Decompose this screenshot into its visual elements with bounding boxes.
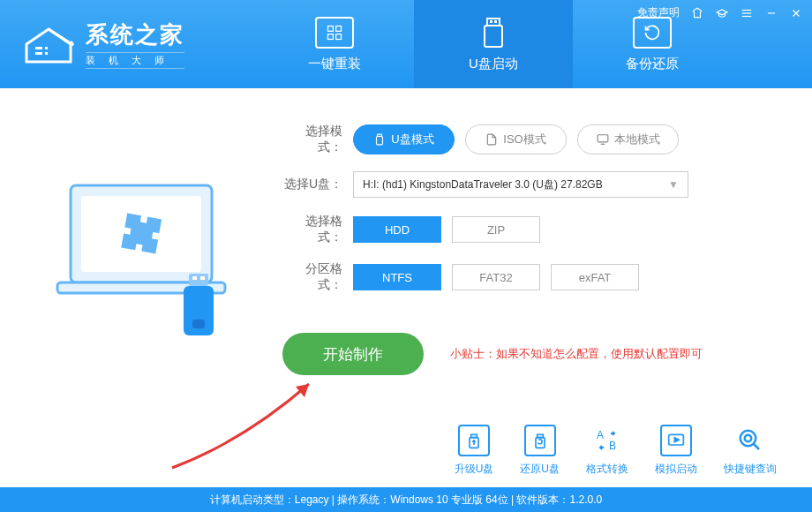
tool-label: 升级U盘 xyxy=(455,462,494,477)
usb-drive-icon xyxy=(474,17,513,49)
skin-icon[interactable] xyxy=(690,6,704,20)
usb-selected-value: H:I: (hd1) KingstonDataTraveler 3.0 (U盘)… xyxy=(363,177,603,192)
svg-rect-16 xyxy=(494,20,497,23)
hat-icon[interactable] xyxy=(715,6,729,20)
svg-text:B: B xyxy=(609,440,616,452)
close-icon[interactable] xyxy=(789,6,803,20)
svg-rect-17 xyxy=(485,26,502,47)
usb-select-row: 选择U盘： H:I: (hd1) KingstonDataTraveler 3.… xyxy=(282,171,759,198)
arrow-annotation xyxy=(154,371,331,477)
main-content: 选择模式： U盘模式 ISO模式 本地模式 选择U盘： H:I: xyxy=(0,88,812,384)
mode-usb-button[interactable]: U盘模式 xyxy=(353,124,455,154)
format-label: 选择格式： xyxy=(282,214,353,245)
svg-rect-21 xyxy=(189,274,208,286)
window-controls: 免责声明 xyxy=(637,5,803,20)
usb-icon xyxy=(373,133,386,146)
partition-fat32-button[interactable]: FAT32 xyxy=(452,264,540,290)
svg-line-40 xyxy=(754,444,759,449)
mode-row: 选择模式： U盘模式 ISO模式 本地模式 xyxy=(282,124,759,155)
svg-rect-10 xyxy=(328,26,334,31)
partition-label: 分区格式： xyxy=(282,261,353,293)
convert-icon: AB xyxy=(591,425,623,456)
usb-label: 选择U盘： xyxy=(282,177,353,192)
chevron-down-icon: ▼ xyxy=(668,178,679,191)
tab-reinstall[interactable]: 一键重装 xyxy=(255,0,414,88)
format-hdd-button[interactable]: HDD xyxy=(353,216,441,243)
tab-label: 一键重装 xyxy=(308,56,361,72)
svg-rect-15 xyxy=(490,20,492,23)
format-zip-button[interactable]: ZIP xyxy=(452,216,540,243)
bottom-tools: 升级U盘 还原U盘 AB 格式转换 模拟启动 快捷键查询 xyxy=(455,425,777,477)
svg-rect-9 xyxy=(45,52,48,55)
monitor-icon xyxy=(315,17,354,49)
partition-ntfs-button[interactable]: NTFS xyxy=(353,264,441,290)
svg-rect-12 xyxy=(328,34,334,39)
status-bar: 计算机启动类型：Legacy | 操作系统：Windows 10 专业版 64位… xyxy=(0,487,812,512)
start-button[interactable]: 开始制作 xyxy=(282,333,424,375)
svg-rect-6 xyxy=(35,47,42,49)
search-icon xyxy=(734,425,766,456)
svg-rect-7 xyxy=(35,52,42,55)
usb-restore-icon xyxy=(524,425,556,456)
partition-row: 分区格式： NTFS FAT32 exFAT xyxy=(282,261,759,293)
tab-label: 备份还原 xyxy=(626,56,679,72)
laptop-usb-illustration xyxy=(53,168,238,344)
tool-label: 还原U盘 xyxy=(520,462,560,477)
tool-restore-usb[interactable]: 还原U盘 xyxy=(520,425,560,477)
logo-title: 系统之家 xyxy=(86,19,184,50)
svg-marker-38 xyxy=(674,438,679,442)
disclaimer-link[interactable]: 免责声明 xyxy=(637,5,680,20)
tool-format-convert[interactable]: AB 格式转换 xyxy=(586,425,628,477)
tool-upgrade-usb[interactable]: 升级U盘 xyxy=(455,425,494,477)
monitor-play-icon xyxy=(660,425,692,456)
mode-label: 选择模式： xyxy=(282,124,353,155)
menu-icon[interactable] xyxy=(740,6,754,20)
tool-hotkey-lookup[interactable]: 快捷键查询 xyxy=(724,425,777,477)
svg-rect-11 xyxy=(336,26,342,31)
svg-point-39 xyxy=(741,431,756,447)
svg-point-41 xyxy=(745,435,752,442)
svg-rect-28 xyxy=(598,135,608,142)
logo-subtitle: 装 机 大 师 xyxy=(86,52,184,69)
svg-rect-23 xyxy=(200,276,205,280)
svg-rect-13 xyxy=(336,34,342,39)
restore-icon xyxy=(633,17,672,49)
partition-exfat-button[interactable]: exFAT xyxy=(551,264,639,290)
tool-simulate-boot[interactable]: 模拟启动 xyxy=(655,425,697,477)
tab-label: U盘启动 xyxy=(469,56,518,72)
tab-usb-boot[interactable]: U盘启动 xyxy=(414,0,573,88)
mode-label-text: 本地模式 xyxy=(614,132,660,147)
usb-select[interactable]: H:I: (hd1) KingstonDataTraveler 3.0 (U盘)… xyxy=(353,171,688,198)
svg-rect-8 xyxy=(45,47,48,49)
svg-rect-25 xyxy=(192,320,205,328)
mode-iso-button[interactable]: ISO模式 xyxy=(465,124,567,154)
svg-text:A: A xyxy=(597,429,604,441)
file-icon xyxy=(485,133,498,146)
mode-label-text: ISO模式 xyxy=(503,132,545,147)
tool-label: 模拟启动 xyxy=(655,462,697,477)
svg-rect-22 xyxy=(192,276,197,280)
monitor-icon xyxy=(597,133,609,146)
tool-label: 格式转换 xyxy=(586,462,628,477)
tool-label: 快捷键查询 xyxy=(724,462,777,477)
mode-label-text: U盘模式 xyxy=(391,132,433,147)
tip-text: 小贴士：如果不知道怎么配置，使用默认配置即可 xyxy=(450,346,703,362)
usb-up-icon xyxy=(458,425,490,456)
svg-rect-14 xyxy=(487,19,500,26)
logo-icon xyxy=(22,22,75,66)
form-area: 选择模式： U盘模式 ISO模式 本地模式 选择U盘： H:I: xyxy=(282,124,759,375)
svg-rect-27 xyxy=(377,137,383,145)
logo: 系统之家 装 机 大 师 xyxy=(22,19,184,69)
svg-marker-30 xyxy=(296,384,309,397)
minimize-icon[interactable] xyxy=(764,6,778,20)
format-row: 选择格式： HDD ZIP xyxy=(282,214,759,245)
mode-local-button[interactable]: 本地模式 xyxy=(577,124,679,154)
action-row: 开始制作 小贴士：如果不知道怎么配置，使用默认配置即可 xyxy=(282,333,759,375)
header: 免责声明 系统之家 装 机 大 师 一键重装 xyxy=(0,0,812,88)
